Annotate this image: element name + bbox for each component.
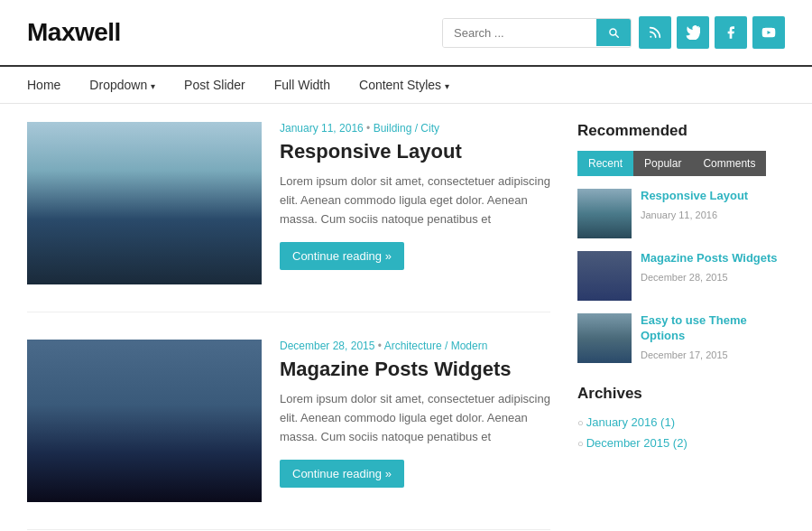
search-icon (607, 26, 620, 39)
nav-item-content-styles[interactable]: Content Styles ▾ (345, 67, 464, 103)
facebook-button[interactable] (715, 16, 747, 49)
recent-post-1-image (577, 189, 632, 238)
post-2: December 28, 2015 • Architecture / Moder… (27, 340, 550, 530)
post-1-title: Responsive Layout (280, 140, 550, 163)
header-right (442, 16, 785, 49)
tab-comments[interactable]: Comments (692, 151, 766, 176)
recent-post-3: Easy to use Theme Options December 17, 2… (577, 313, 785, 363)
recommended-section: Recommended Recent Popular Comments Resp… (577, 122, 785, 363)
archive-item-1: December 2015 (2) (577, 433, 785, 453)
sidebar: Recommended Recent Popular Comments Resp… (577, 122, 785, 531)
nav-link-dropdown[interactable]: Dropdown ▾ (75, 67, 170, 103)
recent-post-2-link[interactable]: Magazine Posts Widgets (641, 251, 778, 266)
post-1-image (27, 122, 262, 284)
recent-post-1: Responsive Layout January 11, 2016 (577, 189, 785, 238)
archives-section: Archives January 2016 (1) December 2015 … (577, 385, 785, 453)
post-1-excerpt: Lorem ipsum dolor sit amet, consectetuer… (280, 172, 550, 228)
archive-item-0: January 2016 (1) (577, 412, 785, 433)
tab-popular[interactable]: Popular (633, 151, 692, 176)
search-form (442, 18, 632, 48)
nav-link-full-width[interactable]: Full Width (260, 67, 345, 103)
youtube-button[interactable] (752, 16, 785, 49)
archives-heading: Archives (577, 385, 785, 403)
main-nav: Home Dropdown ▾ Post Slider Full Width C… (0, 65, 812, 104)
recent-post-2-date: December 28, 2015 (641, 272, 728, 283)
svg-point-0 (650, 36, 651, 38)
post-1: January 11, 2016 • Building / City Respo… (27, 122, 550, 312)
nav-item-post-slider[interactable]: Post Slider (170, 67, 260, 103)
search-input[interactable] (443, 19, 596, 47)
post-2-thumbnail (27, 340, 262, 502)
archive-link-0[interactable]: January 2016 (1) (586, 415, 675, 429)
chevron-down-icon-2: ▾ (445, 81, 449, 91)
rss-button[interactable] (639, 16, 671, 49)
post-1-meta: January 11, 2016 • Building / City (280, 122, 550, 135)
recent-post-2-image (577, 251, 632, 301)
social-icons (639, 16, 785, 49)
archives-list: January 2016 (1) December 2015 (2) (577, 412, 785, 453)
recent-post-2-thumb (577, 251, 632, 301)
recent-post-3-image (577, 313, 632, 363)
twitter-button[interactable] (677, 16, 709, 49)
site-title: Maxwell (27, 18, 121, 47)
nav-link-content-styles[interactable]: Content Styles ▾ (345, 67, 464, 103)
recent-post-3-link[interactable]: Easy to use Theme Options (641, 313, 785, 344)
recent-post-2-info: Magazine Posts Widgets December 28, 2015 (641, 251, 778, 284)
search-button[interactable] (596, 19, 631, 46)
nav-item-full-width[interactable]: Full Width (260, 67, 345, 103)
recommended-heading: Recommended (577, 122, 785, 140)
nav-link-post-slider[interactable]: Post Slider (170, 67, 260, 103)
main-content: January 11, 2016 • Building / City Respo… (27, 122, 550, 531)
recent-post-2: Magazine Posts Widgets December 28, 2015 (577, 251, 785, 301)
recent-post-1-link[interactable]: Responsive Layout (641, 189, 748, 204)
content-area: January 11, 2016 • Building / City Respo… (0, 104, 812, 531)
post-1-thumbnail (27, 122, 262, 284)
post-2-excerpt: Lorem ipsum dolor sit amet, consectetuer… (280, 390, 550, 446)
recent-post-1-info: Responsive Layout January 11, 2016 (641, 189, 748, 221)
nav-list: Home Dropdown ▾ Post Slider Full Width C… (27, 67, 785, 103)
recent-post-1-date: January 11, 2016 (641, 210, 717, 220)
rss-icon (648, 25, 662, 40)
twitter-icon (686, 25, 700, 40)
site-header: Maxwell (0, 0, 812, 65)
chevron-down-icon: ▾ (151, 81, 155, 91)
facebook-icon (724, 25, 738, 40)
post-1-read-more[interactable]: Continue reading » (280, 242, 404, 270)
sidebar-tabs: Recent Popular Comments (577, 151, 785, 176)
recent-post-3-date: December 17, 2015 (641, 349, 728, 360)
post-2-image (27, 340, 262, 502)
youtube-icon (761, 25, 776, 40)
recent-post-1-thumb (577, 189, 632, 238)
tab-recent[interactable]: Recent (577, 151, 633, 176)
post-2-meta: December 28, 2015 • Architecture / Moder… (280, 340, 550, 352)
nav-item-home[interactable]: Home (27, 67, 75, 103)
archive-link-1[interactable]: December 2015 (2) (586, 436, 687, 450)
post-1-body: January 11, 2016 • Building / City Respo… (280, 122, 550, 284)
post-2-body: December 28, 2015 • Architecture / Moder… (280, 340, 550, 502)
nav-link-home[interactable]: Home (27, 67, 75, 103)
recent-post-3-thumb (577, 313, 632, 363)
nav-item-dropdown[interactable]: Dropdown ▾ (75, 67, 170, 103)
post-2-read-more[interactable]: Continue reading » (280, 460, 404, 488)
recent-post-3-info: Easy to use Theme Options December 17, 2… (641, 313, 785, 361)
post-2-title: Magazine Posts Widgets (280, 358, 550, 381)
